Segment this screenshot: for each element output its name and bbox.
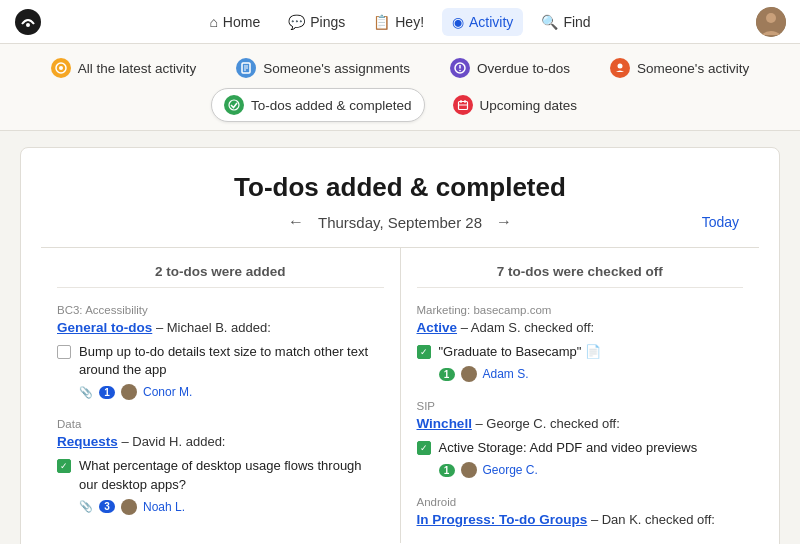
avatar bbox=[121, 499, 137, 515]
svg-point-1 bbox=[26, 23, 30, 27]
svg-point-13 bbox=[618, 64, 623, 69]
todo-text: What percentage of desktop usage flows t… bbox=[79, 457, 384, 493]
top-nav: ⌂ Home 💬 Pings 📋 Hey! ◉ Activity 🔍 Find bbox=[0, 0, 800, 44]
todo-row: Bump up to-do details text size to match… bbox=[57, 343, 384, 379]
next-date-button[interactable]: → bbox=[496, 213, 512, 231]
subnav-all-activity[interactable]: All the latest activity bbox=[39, 52, 209, 84]
overdue-icon bbox=[450, 58, 470, 78]
todo-section-bc3: BC3: Accessibility General to-dos – Mich… bbox=[57, 304, 384, 400]
someone-activity-icon bbox=[610, 58, 630, 78]
badge-count: 1 bbox=[439, 368, 455, 381]
activity-icon: ◉ bbox=[452, 14, 464, 30]
left-col-header: 2 to-dos were added bbox=[57, 264, 384, 288]
added-by-row: General to-dos – Michael B. added: bbox=[57, 320, 384, 335]
checked-by-row: Active – Adam S. checked off: bbox=[417, 320, 744, 335]
todo-row: "Graduate to Basecamp" 📄 bbox=[417, 343, 744, 361]
todo-checkbox[interactable] bbox=[57, 345, 71, 359]
todo-section-sip: SIP Winchell – George C. checked off: Ac… bbox=[417, 400, 744, 478]
main-content: To-dos added & completed ← Thursday, Sep… bbox=[20, 147, 780, 544]
todo-row: Active Storage: Add PDF and video previe… bbox=[417, 439, 744, 457]
person-name[interactable]: Adam S. bbox=[483, 367, 529, 381]
todo-list-link[interactable]: Winchell bbox=[417, 416, 472, 431]
avatar bbox=[461, 462, 477, 478]
subnav-todos-completed[interactable]: To-dos added & completed bbox=[211, 88, 425, 122]
checked-by-row: Winchell – George C. checked off: bbox=[417, 416, 744, 431]
todo-checkbox[interactable] bbox=[57, 459, 71, 473]
nav-home[interactable]: ⌂ Home bbox=[199, 8, 270, 36]
todo-text: Active Storage: Add PDF and video previe… bbox=[439, 439, 698, 457]
svg-point-0 bbox=[15, 9, 41, 35]
meta-row: 1 Adam S. bbox=[417, 366, 744, 382]
pings-icon: 💬 bbox=[288, 14, 305, 30]
todo-section-marketing: Marketing: basecamp.com Active – Adam S.… bbox=[417, 304, 744, 382]
meta-row: 1 George C. bbox=[417, 462, 744, 478]
app-logo[interactable] bbox=[14, 8, 42, 36]
nav-find[interactable]: 🔍 Find bbox=[531, 8, 600, 36]
todo-text: Bump up to-do details text size to match… bbox=[79, 343, 384, 379]
user-avatar[interactable] bbox=[756, 7, 786, 37]
todo-text: "Graduate to Basecamp" 📄 bbox=[439, 343, 602, 361]
activity-subnav: All the latest activity Someone's assign… bbox=[0, 44, 800, 131]
project-label: SIP bbox=[417, 400, 744, 412]
subnav-overdue[interactable]: Overdue to-dos bbox=[438, 52, 582, 84]
two-col-layout: 2 to-dos were added BC3: Accessibility G… bbox=[41, 248, 759, 543]
person-name[interactable]: Conor M. bbox=[143, 385, 192, 399]
avatar bbox=[461, 366, 477, 382]
subnav-assignments[interactable]: Someone's assignments bbox=[224, 52, 422, 84]
page-title: To-dos added & completed bbox=[41, 172, 759, 203]
nav-activity[interactable]: ◉ Activity bbox=[442, 8, 523, 36]
svg-point-5 bbox=[59, 66, 63, 70]
home-icon: ⌂ bbox=[209, 14, 217, 30]
todo-checkbox[interactable] bbox=[417, 441, 431, 455]
todo-list-link[interactable]: General to-dos bbox=[57, 320, 152, 335]
project-label: Android bbox=[417, 496, 744, 508]
meta-row: 📎 1 Conor M. bbox=[57, 384, 384, 400]
attachment-icon: 📎 bbox=[79, 386, 93, 399]
svg-point-14 bbox=[229, 100, 239, 110]
hey-icon: 📋 bbox=[373, 14, 390, 30]
all-activity-icon bbox=[51, 58, 71, 78]
subnav-upcoming[interactable]: Upcoming dates bbox=[441, 88, 590, 122]
right-col-header: 7 to-dos were checked off bbox=[417, 264, 744, 288]
todo-list-link[interactable]: Requests bbox=[57, 434, 118, 449]
avatar bbox=[121, 384, 137, 400]
badge-count: 1 bbox=[99, 386, 115, 399]
todos-completed-icon bbox=[224, 95, 244, 115]
assignments-icon bbox=[236, 58, 256, 78]
svg-point-12 bbox=[459, 70, 461, 72]
find-icon: 🔍 bbox=[541, 14, 558, 30]
project-label: BC3: Accessibility bbox=[57, 304, 384, 316]
prev-date-button[interactable]: ← bbox=[288, 213, 304, 231]
current-date: Thursday, September 28 bbox=[318, 214, 482, 231]
project-label: Marketing: basecamp.com bbox=[417, 304, 744, 316]
nav-pings[interactable]: 💬 Pings bbox=[278, 8, 355, 36]
today-link[interactable]: Today bbox=[702, 214, 739, 230]
upcoming-icon bbox=[453, 95, 473, 115]
nav-hey[interactable]: 📋 Hey! bbox=[363, 8, 434, 36]
attachment-icon: 📎 bbox=[79, 500, 93, 513]
person-name[interactable]: George C. bbox=[483, 463, 538, 477]
todo-checkbox[interactable] bbox=[417, 345, 431, 359]
todo-list-link[interactable]: Active bbox=[417, 320, 458, 335]
subnav-someone-activity[interactable]: Someone's activity bbox=[598, 52, 761, 84]
project-label: Data bbox=[57, 418, 384, 430]
added-by-row: Requests – David H. added: bbox=[57, 434, 384, 449]
right-column: 7 to-dos were checked off Marketing: bas… bbox=[401, 248, 760, 543]
left-column: 2 to-dos were added BC3: Accessibility G… bbox=[41, 248, 401, 543]
todo-list-link[interactable]: In Progress: To-do Groups bbox=[417, 512, 588, 527]
svg-point-3 bbox=[766, 13, 776, 23]
meta-row: 📎 3 Noah L. bbox=[57, 499, 384, 515]
todo-section-data: Data Requests – David H. added: What per… bbox=[57, 418, 384, 514]
badge-count: 3 bbox=[99, 500, 115, 513]
badge-count: 1 bbox=[439, 464, 455, 477]
todo-row: What percentage of desktop usage flows t… bbox=[57, 457, 384, 493]
checked-by-row: In Progress: To-do Groups – Dan K. check… bbox=[417, 512, 744, 527]
page-header: To-dos added & completed ← Thursday, Sep… bbox=[21, 148, 779, 247]
person-name[interactable]: Noah L. bbox=[143, 500, 185, 514]
date-nav: ← Thursday, September 28 → Today bbox=[41, 213, 759, 231]
todo-section-android: Android In Progress: To-do Groups – Dan … bbox=[417, 496, 744, 527]
